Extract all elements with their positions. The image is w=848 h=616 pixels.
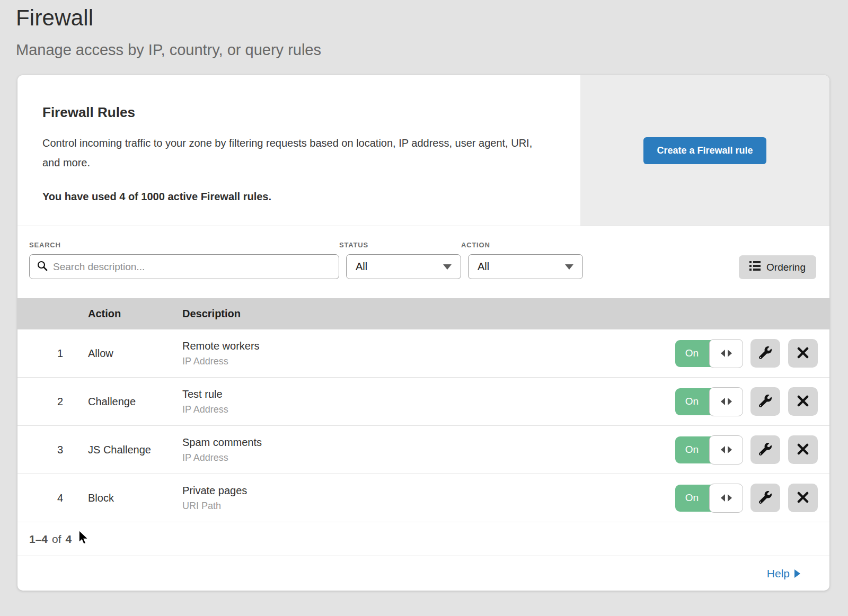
arrow-left-icon xyxy=(721,398,725,405)
rule-action: Challenge xyxy=(88,396,182,408)
delete-rule-button[interactable] xyxy=(788,435,818,464)
toggle-on-label: On xyxy=(675,396,709,407)
page-title: Firewall xyxy=(16,5,848,31)
page-subtitle: Manage access by IP, country, or query r… xyxy=(16,41,848,59)
status-select[interactable]: All xyxy=(346,254,461,279)
edit-rule-button[interactable] xyxy=(750,435,780,464)
rule-controls: On xyxy=(675,387,829,416)
delete-rule-button[interactable] xyxy=(788,484,818,512)
rule-action: Block xyxy=(88,492,182,504)
action-filter-group: ACTION All xyxy=(461,241,583,279)
action-select-value: All xyxy=(478,261,489,273)
firewall-rules-intro-section: Firewall Rules Control incoming traffic … xyxy=(17,75,829,226)
firewall-rules-intro: Firewall Rules Control incoming traffic … xyxy=(17,75,580,226)
rule-description: Spam comments xyxy=(182,436,675,449)
arrow-right-icon xyxy=(728,350,732,357)
rule-action: Allow xyxy=(88,347,182,360)
wrench-icon xyxy=(759,491,772,505)
toggle-knob[interactable] xyxy=(709,339,743,368)
firewall-rules-usage: You have used 4 of 1000 active Firewall … xyxy=(42,191,549,203)
edit-rule-button[interactable] xyxy=(750,484,780,512)
create-firewall-rule-button[interactable]: Create a Firewall rule xyxy=(643,137,766,164)
arrow-right-icon xyxy=(728,494,732,502)
status-filter-group: STATUS All xyxy=(339,241,461,279)
toggle-knob[interactable] xyxy=(709,435,743,465)
search-label: SEARCH xyxy=(29,241,339,249)
rule-controls: On xyxy=(675,339,829,368)
arrow-right-icon xyxy=(728,398,732,405)
status-select-value: All xyxy=(356,261,367,273)
help-link[interactable]: Help xyxy=(767,567,800,580)
wrench-icon xyxy=(759,443,772,457)
delete-rule-button[interactable] xyxy=(788,339,818,368)
search-input[interactable] xyxy=(53,261,332,273)
column-action: Action xyxy=(88,308,182,320)
pagination-of: of xyxy=(52,533,61,546)
action-label: ACTION xyxy=(461,241,583,249)
arrow-left-icon xyxy=(721,350,725,357)
rule-enabled-toggle[interactable]: On xyxy=(675,485,743,512)
rule-action: JS Challenge xyxy=(88,444,182,456)
toggle-knob[interactable] xyxy=(709,484,743,513)
firewall-card: Firewall Rules Control incoming traffic … xyxy=(17,75,829,591)
search-field-wrap xyxy=(29,254,339,279)
close-icon xyxy=(797,347,809,360)
pagination-total: 4 xyxy=(66,533,72,546)
toggle-knob[interactable] xyxy=(709,387,743,416)
action-select[interactable]: All xyxy=(468,254,583,279)
table-row: 1 Allow Remote workers IP Address On xyxy=(17,329,829,378)
table-row: 4 Block Private pages URI Path On xyxy=(17,474,829,522)
ordering-button-label: Ordering xyxy=(766,262,806,273)
ordered-list-icon xyxy=(749,261,761,274)
ordering-button[interactable]: Ordering xyxy=(739,255,816,279)
toggle-on-label: On xyxy=(675,492,709,504)
rule-priority: 2 xyxy=(17,396,88,408)
toggle-on-label: On xyxy=(675,347,709,359)
rule-field: IP Address xyxy=(182,452,675,463)
close-icon xyxy=(797,395,809,408)
rule-description: Remote workers xyxy=(182,340,675,352)
close-icon xyxy=(797,492,809,505)
search-filter-group: SEARCH xyxy=(29,241,339,279)
arrow-left-icon xyxy=(721,494,725,502)
help-link-label: Help xyxy=(767,567,790,580)
close-icon xyxy=(797,443,809,457)
rule-description: Private pages xyxy=(182,485,675,497)
wrench-icon xyxy=(759,346,772,361)
pagination-range: 1–4 xyxy=(29,533,48,546)
page-header: Firewall Manage access by IP, country, o… xyxy=(0,0,848,59)
chevron-down-icon xyxy=(565,264,573,270)
chevron-down-icon xyxy=(443,264,452,270)
column-description: Description xyxy=(182,308,829,320)
rule-controls: On xyxy=(675,435,829,464)
rule-field: URI Path xyxy=(182,501,675,512)
rule-description: Test rule xyxy=(182,388,675,400)
rules-table-header: Action Description xyxy=(17,298,829,329)
toggle-on-label: On xyxy=(675,444,709,456)
rule-field: IP Address xyxy=(182,356,675,367)
search-icon xyxy=(37,260,48,274)
wrench-icon xyxy=(759,395,772,409)
rule-priority: 1 xyxy=(17,347,88,360)
firewall-rules-description: Control incoming traffic to your zone by… xyxy=(42,133,546,173)
rule-priority: 3 xyxy=(17,444,88,456)
delete-rule-button[interactable] xyxy=(788,387,818,416)
arrow-left-icon xyxy=(721,446,725,453)
firewall-rules-title: Firewall Rules xyxy=(42,104,549,121)
rule-enabled-toggle[interactable]: On xyxy=(675,436,743,463)
table-row: 2 Challenge Test rule IP Address On xyxy=(17,378,829,426)
rule-priority: 4 xyxy=(17,492,88,504)
edit-rule-button[interactable] xyxy=(750,339,780,368)
arrow-right-icon xyxy=(728,446,732,453)
create-rule-panel: Create a Firewall rule xyxy=(580,75,829,226)
filters-bar: SEARCH STATUS All ACTION All xyxy=(17,226,829,298)
status-label: STATUS xyxy=(339,241,461,249)
rule-enabled-toggle[interactable]: On xyxy=(675,388,743,415)
rule-controls: On xyxy=(675,484,829,512)
rule-enabled-toggle[interactable]: On xyxy=(675,340,743,367)
card-footer: Help xyxy=(17,556,829,591)
table-row: 3 JS Challenge Spam comments IP Address … xyxy=(17,426,829,474)
pagination: 1–4 of 4 xyxy=(17,522,829,556)
rule-field: IP Address xyxy=(182,404,675,415)
edit-rule-button[interactable] xyxy=(750,387,780,416)
